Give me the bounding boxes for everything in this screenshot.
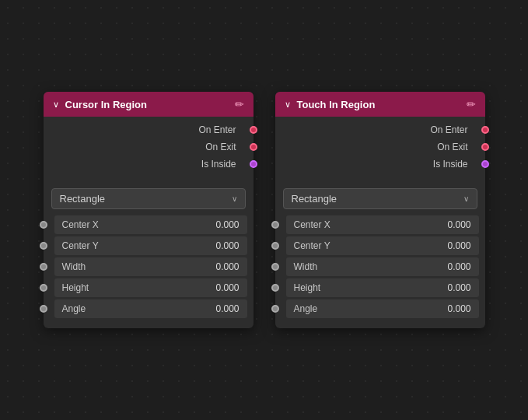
dropdown-row-touch-in-region[interactable]: Rectangle∨ bbox=[283, 188, 477, 209]
input-field-label-2: Width bbox=[294, 261, 337, 272]
input-field-value-3: 0.000 bbox=[447, 282, 470, 293]
chevron-down-icon: ∨ bbox=[285, 100, 291, 110]
output-row-1: On Exit bbox=[44, 138, 254, 156]
input-field-3[interactable]: Height0.000 bbox=[54, 278, 247, 297]
output-label-2: Is Inside bbox=[201, 159, 236, 170]
input-field-3[interactable]: Height0.000 bbox=[286, 278, 479, 297]
output-socket-red-0 bbox=[481, 126, 489, 134]
input-socket-2 bbox=[271, 263, 279, 271]
input-field-2[interactable]: Width0.000 bbox=[54, 257, 247, 276]
input-field-value-3: 0.000 bbox=[215, 282, 239, 293]
input-row-3: Height0.000 bbox=[44, 278, 254, 297]
input-field-1[interactable]: Center Y0.000 bbox=[286, 236, 479, 255]
output-socket-red-1 bbox=[481, 143, 489, 151]
input-field-label-4: Angle bbox=[62, 303, 105, 314]
dropdown-value: Rectangle bbox=[292, 193, 337, 205]
input-field-1[interactable]: Center Y0.000 bbox=[54, 236, 247, 255]
input-field-label-3: Height bbox=[294, 282, 337, 293]
input-field-value-1: 0.000 bbox=[215, 240, 239, 251]
input-field-label-0: Center X bbox=[62, 219, 105, 230]
input-field-4[interactable]: Angle0.000 bbox=[54, 299, 247, 318]
dropdown-touch-in-region[interactable]: Rectangle∨ bbox=[283, 188, 477, 209]
input-socket-0 bbox=[40, 221, 47, 229]
dropdown-value: Rectangle bbox=[60, 193, 106, 205]
chevron-down-icon: ∨ bbox=[53, 100, 59, 110]
input-row-0: Center X0.000 bbox=[275, 215, 485, 234]
node-inputs-cursor-in-region: Center X0.000Center Y0.000Width0.000Heig… bbox=[44, 215, 254, 318]
output-socket-purple-2 bbox=[481, 160, 489, 168]
input-field-label-3: Height bbox=[62, 282, 105, 293]
input-socket-4 bbox=[271, 305, 279, 313]
input-field-0[interactable]: Center X0.000 bbox=[54, 215, 247, 234]
node-touch-in-region: ∨Touch In Region✏On EnterOn ExitIs Insid… bbox=[275, 92, 485, 328]
output-label-1: On Exit bbox=[205, 142, 236, 152]
input-field-value-4: 0.000 bbox=[215, 303, 239, 314]
edit-icon[interactable]: ✏ bbox=[467, 98, 476, 110]
input-socket-4 bbox=[40, 305, 47, 313]
node-header-cursor-in-region: ∨Cursor In Region✏ bbox=[44, 92, 254, 117]
canvas: ∨Cursor In Region✏On EnterOn ExitIs Insi… bbox=[0, 0, 528, 420]
input-field-2[interactable]: Width0.000 bbox=[286, 257, 479, 276]
input-socket-1 bbox=[40, 242, 47, 250]
input-field-label-4: Angle bbox=[294, 303, 337, 314]
node-header-touch-in-region: ∨Touch In Region✏ bbox=[275, 92, 485, 117]
input-field-value-2: 0.000 bbox=[447, 261, 470, 272]
node-outputs-touch-in-region: On EnterOn ExitIs Inside bbox=[275, 117, 485, 177]
input-field-4[interactable]: Angle0.000 bbox=[286, 299, 479, 318]
output-row-0: On Enter bbox=[275, 121, 485, 138]
input-socket-0 bbox=[271, 221, 279, 229]
node-title-cursor-in-region: Cursor In Region bbox=[65, 99, 229, 110]
input-socket-2 bbox=[40, 263, 47, 271]
output-label-0: On Enter bbox=[198, 124, 236, 135]
input-row-2: Width0.000 bbox=[44, 257, 254, 276]
input-field-label-0: Center X bbox=[294, 219, 337, 230]
node-inputs-touch-in-region: Center X0.000Center Y0.000Width0.000Heig… bbox=[275, 215, 485, 318]
output-socket-red-0 bbox=[250, 126, 257, 134]
input-field-value-0: 0.000 bbox=[215, 219, 239, 230]
input-field-value-2: 0.000 bbox=[215, 261, 239, 272]
node-title-touch-in-region: Touch In Region bbox=[297, 99, 460, 110]
input-row-1: Center Y0.000 bbox=[44, 236, 254, 255]
output-row-2: Is Inside bbox=[275, 156, 485, 173]
dropdown-cursor-in-region[interactable]: Rectangle∨ bbox=[51, 188, 246, 209]
input-socket-1 bbox=[271, 242, 279, 250]
dropdown-chevron-icon: ∨ bbox=[232, 194, 237, 203]
dropdown-row-cursor-in-region[interactable]: Rectangle∨ bbox=[51, 188, 246, 209]
output-label-0: On Enter bbox=[430, 124, 467, 135]
output-socket-red-1 bbox=[250, 143, 257, 151]
output-row-2: Is Inside bbox=[44, 156, 254, 173]
input-socket-3 bbox=[271, 284, 279, 292]
input-field-label-1: Center Y bbox=[62, 240, 105, 251]
dropdown-chevron-icon: ∨ bbox=[463, 194, 469, 203]
input-socket-3 bbox=[40, 284, 47, 292]
input-row-4: Angle0.000 bbox=[44, 299, 254, 318]
input-field-label-1: Center Y bbox=[294, 240, 337, 251]
input-field-label-2: Width bbox=[62, 261, 105, 272]
input-row-2: Width0.000 bbox=[275, 257, 485, 276]
input-field-value-0: 0.000 bbox=[447, 219, 470, 230]
input-field-value-4: 0.000 bbox=[447, 303, 470, 314]
edit-icon[interactable]: ✏ bbox=[235, 98, 244, 110]
input-field-value-1: 0.000 bbox=[447, 240, 470, 251]
output-label-1: On Exit bbox=[437, 142, 467, 152]
input-row-3: Height0.000 bbox=[275, 278, 485, 297]
output-row-1: On Exit bbox=[275, 138, 485, 156]
output-label-2: Is Inside bbox=[433, 159, 468, 170]
output-socket-purple-2 bbox=[250, 160, 257, 168]
input-row-1: Center Y0.000 bbox=[275, 236, 485, 255]
input-row-0: Center X0.000 bbox=[44, 215, 254, 234]
input-field-0[interactable]: Center X0.000 bbox=[286, 215, 479, 234]
output-row-0: On Enter bbox=[44, 121, 254, 138]
input-row-4: Angle0.000 bbox=[275, 299, 485, 318]
node-cursor-in-region: ∨Cursor In Region✏On EnterOn ExitIs Insi… bbox=[44, 92, 254, 328]
node-outputs-cursor-in-region: On EnterOn ExitIs Inside bbox=[44, 117, 254, 177]
